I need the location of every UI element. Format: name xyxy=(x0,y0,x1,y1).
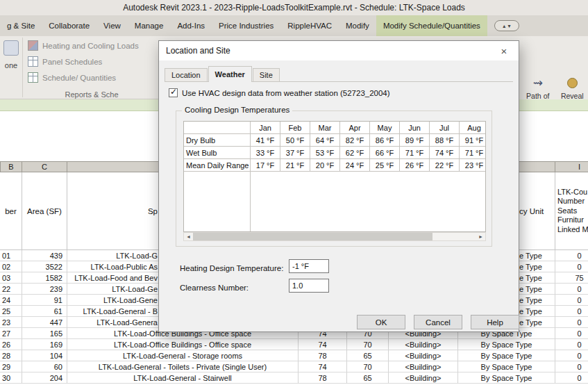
cell-count[interactable]: 0 xyxy=(555,306,588,317)
cell-space[interactable]: LTK-Load-General - Storage rooms xyxy=(67,350,299,361)
scroll-thumb[interactable] xyxy=(193,233,432,240)
cell-count[interactable]: 0 xyxy=(555,261,588,272)
temp-cell[interactable]: 33 °F xyxy=(251,147,280,159)
cell-heating[interactable]: 70 xyxy=(347,339,389,350)
cell-area[interactable]: 61 xyxy=(22,306,67,317)
ribbon-tab-manage[interactable]: Manage xyxy=(128,15,171,36)
heating-and-cooling-loads-button[interactable]: Heating and Cooling Loads xyxy=(25,38,158,54)
cell-heating[interactable]: 70 xyxy=(347,361,389,372)
temp-cell[interactable]: 89 °F xyxy=(400,134,430,147)
column-letter-c[interactable]: C xyxy=(22,161,67,172)
cell-count[interactable]: 0 xyxy=(555,361,588,372)
cell-cooling[interactable]: 78 xyxy=(299,350,347,361)
ribbon-tab-modify[interactable]: Modify xyxy=(339,15,376,36)
cell-area[interactable]: 169 xyxy=(22,339,67,350)
header-number[interactable]: ber xyxy=(0,172,22,250)
cell-number[interactable]: 01 xyxy=(0,250,22,261)
cell-count[interactable]: 0 xyxy=(555,284,588,295)
cell-building[interactable]: <Building> xyxy=(389,372,458,384)
cell-space[interactable]: LTK-Load-General - Stairwell xyxy=(67,372,299,384)
cell-count[interactable]: 0 xyxy=(555,295,588,306)
temp-cell[interactable]: 24 °F xyxy=(340,159,370,172)
heating-temp-input[interactable] xyxy=(289,259,329,273)
ribbon-tab-add-ins[interactable]: Add-Ins xyxy=(170,15,212,36)
ribbon-tab-g-site[interactable]: g & Site xyxy=(0,15,42,36)
temp-cell[interactable]: 41 °F xyxy=(251,134,280,147)
cell-number[interactable]: 30 xyxy=(0,372,22,384)
temp-cell[interactable]: 71 °F xyxy=(460,147,486,159)
header-area[interactable]: Area (SF) xyxy=(22,172,67,250)
scroll-track[interactable] xyxy=(432,233,476,240)
cell-count[interactable]: 0 xyxy=(555,372,588,384)
cell-count[interactable]: 0 xyxy=(555,350,588,361)
cell-occupancy[interactable]: By Space Type xyxy=(458,372,555,384)
cell-area[interactable]: 91 xyxy=(22,295,67,306)
temp-cell[interactable]: 20 °F xyxy=(310,159,340,172)
cancel-button[interactable]: Cancel xyxy=(414,315,462,329)
cell-number[interactable]: 03 xyxy=(0,272,22,284)
temp-cell[interactable]: 26 °F xyxy=(400,159,430,172)
cell-number[interactable]: 26 xyxy=(0,339,22,350)
cell-area[interactable]: 239 xyxy=(22,284,67,295)
cell-space[interactable]: LTK-Load-General - Toilets - Private (Si… xyxy=(67,361,299,372)
temp-cell[interactable]: 50 °F xyxy=(280,134,310,147)
temp-cell[interactable]: 74 °F xyxy=(430,147,460,159)
cell-cooling[interactable]: 74 xyxy=(299,361,347,372)
cell-area[interactable]: 1582 xyxy=(22,272,67,284)
cell-occupancy[interactable]: By Space Type xyxy=(458,339,555,350)
temp-cell[interactable]: 82 °F xyxy=(340,134,370,147)
cell-occupancy[interactable]: By Space Type xyxy=(458,350,555,361)
temp-cell[interactable]: 53 °F xyxy=(310,147,340,159)
tab-weather[interactable]: Weather xyxy=(208,66,252,82)
temp-cell[interactable]: 91 °F xyxy=(460,134,486,147)
cell-number[interactable]: 25 xyxy=(0,306,22,317)
cell-area[interactable]: 204 xyxy=(22,372,67,384)
ribbon-collapse-button[interactable]: ▴ ▾ xyxy=(494,20,519,31)
temp-cell[interactable]: 66 °F xyxy=(370,147,400,159)
column-letter-i[interactable]: I xyxy=(555,161,588,172)
close-icon[interactable]: × xyxy=(496,43,512,58)
column-letter-b[interactable]: B xyxy=(0,161,22,172)
cell-building[interactable]: <Building> xyxy=(389,339,458,350)
cell-building[interactable]: <Building> xyxy=(389,361,458,372)
cell-number[interactable]: 23 xyxy=(0,317,22,328)
temp-cell[interactable]: 62 °F xyxy=(340,147,370,159)
scroll-right-icon[interactable]: ► xyxy=(476,233,485,240)
cell-cooling[interactable]: 78 xyxy=(299,372,347,384)
ok-button[interactable]: OK xyxy=(357,315,405,329)
tab-site[interactable]: Site xyxy=(253,68,280,81)
header-count[interactable]: LTK-CouNumberSeatsFurniturLinked M xyxy=(555,172,588,250)
panel-schedules-button[interactable]: Panel Schedules xyxy=(25,54,158,69)
temp-cell[interactable]: 86 °F xyxy=(370,134,400,147)
cell-area[interactable]: 447 xyxy=(22,317,67,328)
cell-number[interactable]: 27 xyxy=(0,328,22,339)
clearness-input[interactable] xyxy=(289,279,329,293)
table-hscrollbar[interactable]: ◄ ► xyxy=(183,232,486,241)
cell-occupancy[interactable]: By Space Type xyxy=(458,361,555,372)
help-button[interactable]: Help xyxy=(471,315,519,329)
tab-location[interactable]: Location xyxy=(165,68,208,81)
temp-cell[interactable]: 64 °F xyxy=(310,134,340,147)
ribbon-tab-ripplehvac[interactable]: RippleHVAC xyxy=(280,15,339,36)
cell-count[interactable]: 0 xyxy=(555,317,588,328)
cell-heating[interactable]: 65 xyxy=(347,350,389,361)
cell-area[interactable]: 3522 xyxy=(22,261,67,272)
cell-count[interactable]: 0 xyxy=(555,328,588,339)
temp-cell[interactable]: 22 °F xyxy=(430,159,460,172)
cell-number[interactable]: 29 xyxy=(0,361,22,372)
cell-area[interactable]: 439 xyxy=(22,250,67,261)
cell-building[interactable]: <Building> xyxy=(389,350,458,361)
scroll-left-icon[interactable]: ◄ xyxy=(184,233,193,240)
cell-heating[interactable]: 65 xyxy=(347,372,389,384)
cell-number[interactable]: 28 xyxy=(0,350,22,361)
ribbon-tab-modify-schedule-quantities[interactable]: Modify Schedule/Quantities xyxy=(376,15,487,36)
schedule-quantities-button[interactable]: Schedule/ Quantities xyxy=(25,69,158,85)
temp-cell[interactable]: 17 °F xyxy=(251,159,280,172)
zone-button[interactable]: one xyxy=(0,38,23,97)
cell-number[interactable]: 24 xyxy=(0,295,22,306)
temp-cell[interactable]: 21 °F xyxy=(280,159,310,172)
temp-cell[interactable]: 25 °F xyxy=(370,159,400,172)
temp-cell[interactable]: 37 °F xyxy=(280,147,310,159)
ribbon-tab-price-industries[interactable]: Price Industries xyxy=(212,15,280,36)
cell-number[interactable]: 02 xyxy=(0,261,22,272)
